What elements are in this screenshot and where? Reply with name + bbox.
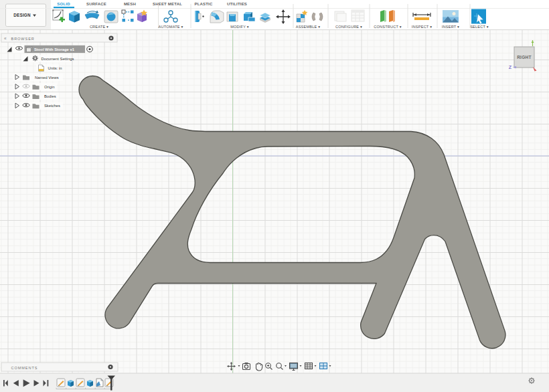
svg-text:Z: Z bbox=[509, 65, 512, 70]
svg-text:Named Views: Named Views bbox=[35, 76, 59, 80]
svg-text:SHEET METAL: SHEET METAL bbox=[153, 2, 182, 6]
svg-text:INSPECT ▾: INSPECT ▾ bbox=[412, 25, 432, 29]
svg-text:CONFIGURE ▾: CONFIGURE ▾ bbox=[335, 25, 362, 29]
svg-text:Origin: Origin bbox=[44, 85, 54, 89]
svg-text:Stool With Storage v1: Stool With Storage v1 bbox=[34, 47, 75, 52]
svg-text:COMMENTS: COMMENTS bbox=[11, 366, 38, 370]
svg-text:BROWSER: BROWSER bbox=[11, 37, 35, 41]
svg-text:Document Settings: Document Settings bbox=[42, 57, 74, 61]
svg-text:ASSEMBLE ▾: ASSEMBLE ▾ bbox=[296, 25, 321, 29]
svg-text:CREATE ▾: CREATE ▾ bbox=[90, 25, 108, 29]
svg-text:Units: in: Units: in bbox=[48, 66, 62, 70]
svg-text:DESIGN: DESIGN bbox=[13, 13, 31, 17]
svg-text:«: « bbox=[4, 36, 7, 41]
svg-text:SOLID: SOLID bbox=[57, 2, 70, 6]
svg-text:Sketches: Sketches bbox=[44, 104, 60, 108]
svg-text:SELECT ▾: SELECT ▾ bbox=[470, 25, 489, 29]
svg-text:Bodies: Bodies bbox=[44, 94, 56, 98]
svg-text:INSERT ▾: INSERT ▾ bbox=[442, 25, 459, 29]
svg-text:CONSTRUCT ▾: CONSTRUCT ▾ bbox=[374, 25, 402, 29]
svg-text:PLASTIC: PLASTIC bbox=[194, 2, 213, 6]
svg-text:MODIFY ▾: MODIFY ▾ bbox=[230, 25, 249, 29]
svg-text:RIGHT: RIGHT bbox=[517, 55, 532, 60]
svg-text:SURFACE: SURFACE bbox=[86, 2, 106, 6]
svg-text:AUTOMATE ▾: AUTOMATE ▾ bbox=[159, 25, 183, 29]
svg-text:MESH: MESH bbox=[124, 2, 136, 6]
svg-text:UTILITIES: UTILITIES bbox=[227, 2, 247, 6]
